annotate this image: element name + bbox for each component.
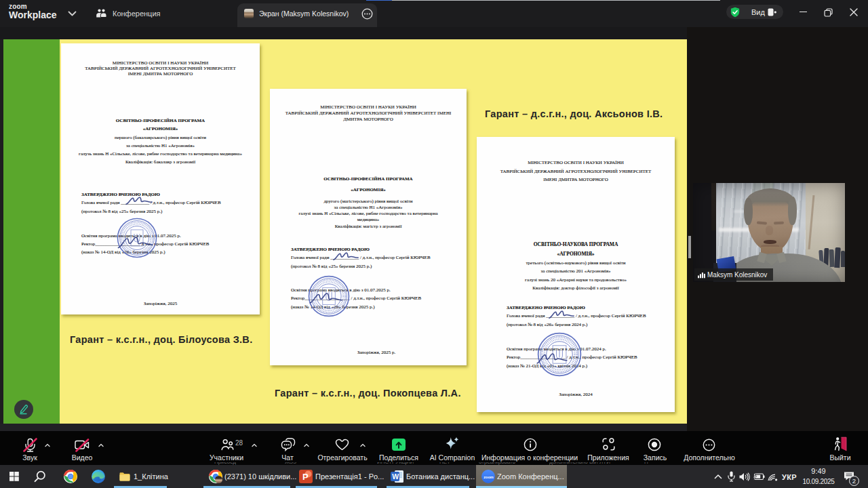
svg-text:P: P	[302, 472, 309, 482]
svg-text:zoom: zoom	[484, 475, 494, 479]
svg-text:W: W	[392, 472, 399, 481]
